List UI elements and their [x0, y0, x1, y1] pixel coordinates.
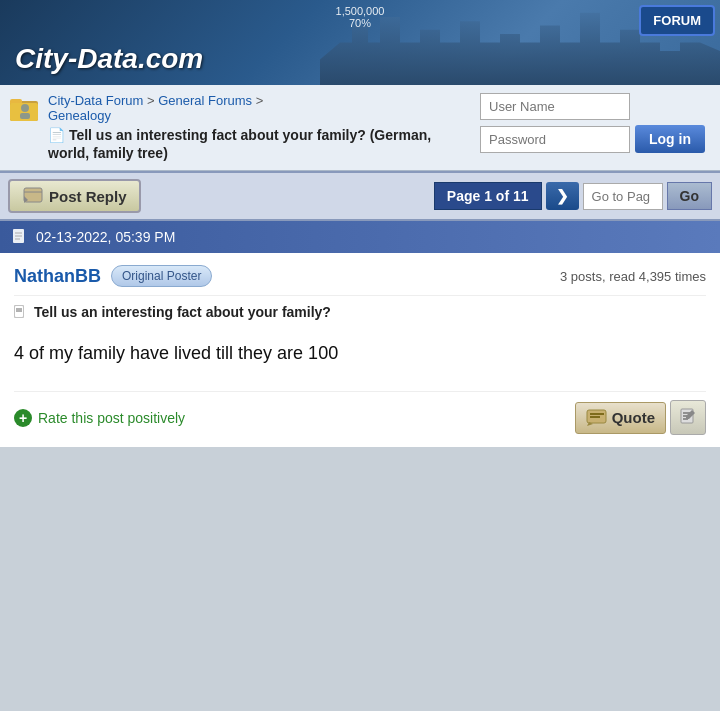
breadcrumb: City-Data Forum > General Forums > Genea…	[48, 93, 470, 123]
next-page-button[interactable]: ❯	[546, 182, 579, 210]
sep2: >	[256, 93, 264, 108]
pagination-area: Page 1 of 11 ❯ Go	[434, 182, 712, 210]
thread-title: 📄 Tell us an interesting fact about your…	[48, 126, 470, 162]
poster-name[interactable]: NathanBB	[14, 266, 101, 287]
original-poster-badge: Original Poster	[111, 265, 212, 287]
login-button[interactable]: Log in	[635, 125, 705, 153]
folder-icon	[10, 95, 40, 125]
nav-left: City-Data Forum > General Forums > Genea…	[10, 93, 470, 162]
forum-badge: FORUM	[639, 5, 715, 36]
nav-area: City-Data Forum > General Forums > Genea…	[0, 85, 720, 171]
post-body: NathanBB Original Poster 3 posts, read 4…	[0, 253, 720, 447]
post-timestamp: 02-13-2022, 05:39 PM	[36, 229, 175, 245]
post-header: 02-13-2022, 05:39 PM	[0, 221, 720, 253]
password-input[interactable]	[480, 126, 630, 153]
page-info: Page 1 of 11	[434, 182, 542, 210]
rate-positive-link[interactable]: + Rate this post positively	[14, 409, 185, 427]
username-row	[480, 93, 710, 120]
post-reply-button[interactable]: Post Reply	[8, 179, 141, 213]
quote-icon	[586, 409, 608, 427]
genealogy-link[interactable]: Genealogy	[48, 108, 111, 123]
post-content: 4 of my family have lived till they are …	[14, 332, 706, 375]
sep1: >	[147, 93, 158, 108]
post-subject: Tell us an interesting fact about your f…	[14, 304, 706, 320]
edit-button[interactable]	[670, 400, 706, 435]
site-title: City-Data.com	[15, 43, 203, 75]
username-input[interactable]	[480, 93, 630, 120]
forum-link[interactable]: City-Data Forum	[48, 93, 143, 108]
quote-button[interactable]: Quote	[575, 402, 666, 434]
quote-area: Quote	[575, 400, 706, 435]
svg-rect-4	[20, 113, 30, 119]
poster-info: NathanBB Original Poster 3 posts, read 4…	[14, 265, 706, 296]
plus-icon: +	[14, 409, 32, 427]
action-bar: Post Reply Page 1 of 11 ❯ Go	[0, 173, 720, 221]
password-row: Log in	[480, 125, 710, 153]
reply-icon	[22, 186, 44, 206]
goto-page-input[interactable]	[583, 183, 663, 210]
svg-point-3	[21, 104, 29, 112]
post-stats: 3 posts, read 4,395 times	[560, 269, 706, 284]
breadcrumb-section: City-Data Forum > General Forums > Genea…	[48, 93, 470, 162]
general-forums-link[interactable]: General Forums	[158, 93, 252, 108]
document-icon	[12, 229, 28, 245]
banner-stats: 1,500,000 70%	[336, 5, 385, 29]
thread-icon: 📄	[48, 127, 65, 143]
login-area: Log in	[480, 93, 710, 153]
subject-icon	[14, 305, 28, 319]
go-button[interactable]: Go	[667, 182, 712, 210]
banner-area: 1,500,000 70% City-Data.com FORUM	[0, 0, 720, 85]
edit-icon	[679, 407, 697, 425]
post-footer: + Rate this post positively Quote	[14, 391, 706, 435]
